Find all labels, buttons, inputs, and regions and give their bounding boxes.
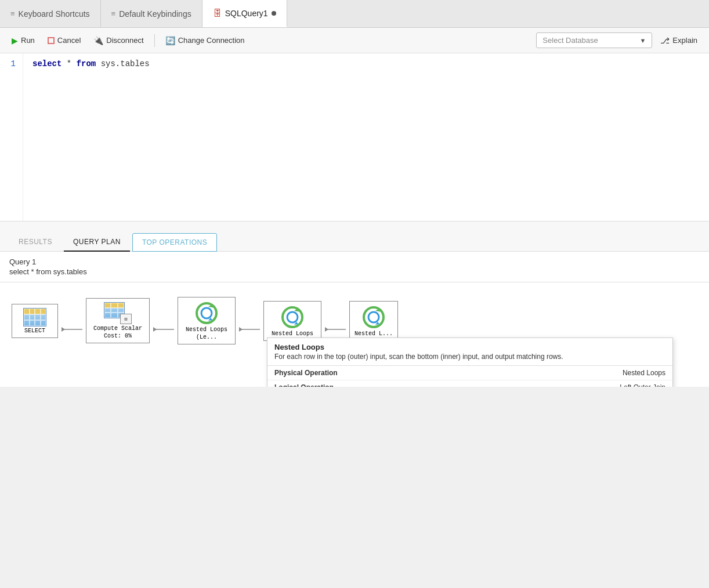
tab-default-keybindings[interactable]: ≡ Default Keybindings — [101, 0, 202, 27]
code-editor[interactable]: 1 select * from sys.tables — [0, 53, 709, 222]
code-content[interactable]: select * from sys.tables — [23, 53, 709, 221]
explain-button[interactable]: ⎇ Explain — [656, 34, 702, 48]
tooltip-popup: Nested Loops For each row in the top (ou… — [267, 337, 673, 387]
change-connection-button[interactable]: 🔄 Change Connection — [161, 34, 249, 48]
op-compute-cost: Cost: 0% — [104, 333, 132, 339]
svg-marker-9 — [239, 327, 243, 332]
run-label: Run — [21, 36, 35, 45]
explain-icon: ⎇ — [660, 36, 670, 45]
line-numbers: 1 — [0, 53, 23, 221]
tooltip-title: Nested Loops — [267, 338, 672, 353]
arrow-3 — [236, 325, 263, 334]
results-tab-bar: RESULTS QUERY PLAN TOP OPERATIONS — [0, 222, 709, 252]
op-compute-label: Compute Scalar — [93, 325, 142, 332]
tooltip-table: Physical Operation Nested Loops Logical … — [267, 366, 672, 387]
explain-label: Explain — [672, 36, 697, 45]
line-number-1: 1 — [11, 59, 16, 68]
sql-asterisk: * — [67, 59, 77, 68]
svg-marker-3 — [153, 327, 157, 332]
op-compute-scalar[interactable]: ⊞ Compute Scalar Cost: 0% — [86, 298, 150, 343]
tooltip-row-physical: Physical Operation Nested Loops — [267, 366, 672, 380]
select-database-label: Select Database — [542, 36, 636, 45]
tab-keyboard-shortcuts[interactable]: ≡ Keyboard Shortcuts — [0, 0, 101, 27]
arrow-1 — [58, 325, 86, 334]
nested-loops-1-icon — [194, 301, 219, 325]
change-connection-icon: 🔄 — [165, 36, 175, 45]
arrow-svg-2 — [152, 325, 175, 334]
cancel-button[interactable]: Cancel — [43, 34, 85, 47]
arrow-svg-3 — [238, 325, 261, 334]
compute-overlay-icon: ⊞ — [124, 316, 127, 322]
tooltip-value-logical: Left Outer Join — [490, 380, 672, 387]
tooltip-description: For each row in the top (outer) input, s… — [267, 353, 672, 366]
query-plan-area: Query 1 select * from sys.tables — [0, 252, 709, 282]
select-database-dropdown[interactable]: Select Database ▼ — [536, 32, 652, 48]
db-select-wrapper: Select Database ▼ — [536, 32, 652, 48]
run-button[interactable]: ▶ Run — [7, 34, 39, 48]
tooltip-label-logical: Logical Operation — [267, 380, 490, 387]
sql-from-keyword: from — [77, 59, 96, 68]
query-plan-title: Query 1 — [9, 257, 700, 266]
disconnect-button[interactable]: 🔌 Disconnect — [89, 34, 148, 48]
tab-sqlquery1[interactable]: 🗄 SQLQuery1 — [202, 0, 287, 27]
nested-loops-2-icon — [280, 305, 305, 329]
op-nested-loops-3[interactable]: Nested L... — [349, 301, 398, 341]
svg-point-6 — [201, 308, 212, 318]
toolbar-separator — [154, 34, 155, 47]
op-nested-loops-1[interactable]: Nested Loops (Le... — [178, 297, 236, 344]
tooltip-value-physical: Nested Loops — [490, 366, 672, 380]
db-icon: 🗄 — [213, 8, 222, 18]
toolbar: ▶ Run Cancel 🔌 Disconnect 🔄 Change Conne… — [0, 28, 709, 53]
chevron-down-icon: ▼ — [639, 37, 646, 44]
tab-label-keybindings: Default Keybindings — [119, 9, 191, 19]
query-plan-sql: select * from sys.tables — [9, 267, 700, 276]
cancel-label: Cancel — [57, 36, 81, 45]
select-icon — [23, 308, 46, 326]
arrow-4 — [321, 325, 349, 334]
diagram-area: SELECT — [0, 282, 709, 387]
cancel-icon — [48, 37, 55, 44]
svg-point-18 — [368, 312, 379, 322]
tab-results[interactable]: RESULTS — [9, 233, 62, 252]
tab-label-keyboard: Keyboard Shortcuts — [19, 9, 90, 19]
op-select-label: SELECT — [24, 328, 45, 334]
op-nested-1-label: Nested Loops — [186, 326, 227, 333]
run-icon: ▶ — [12, 36, 18, 45]
sql-table-name: sys.tables — [101, 59, 150, 68]
unsaved-dot — [272, 11, 276, 16]
tab-icon-keybindings: ≡ — [111, 9, 116, 18]
nested-loops-3-icon — [361, 305, 386, 329]
op-nested-1-sub: (Le... — [196, 334, 217, 340]
svg-marker-15 — [325, 327, 328, 332]
op-nested-loops-2[interactable]: Nested Loops — [263, 301, 321, 341]
svg-point-12 — [287, 312, 298, 322]
tab-label-sqlquery: SQLQuery1 — [225, 9, 268, 18]
sql-select-keyword: select — [32, 59, 62, 68]
arrow-2 — [150, 325, 178, 334]
compute-scalar-icon: ⊞ — [104, 302, 132, 324]
tab-top-operations[interactable]: TOP OPERATIONS — [132, 233, 217, 252]
tooltip-label-physical: Physical Operation — [267, 366, 490, 380]
tab-icon-keyboard: ≡ — [10, 9, 15, 18]
op-nested-2-label: Nested Loops — [272, 331, 313, 337]
disconnect-label: Disconnect — [106, 36, 143, 45]
change-connection-label: Change Connection — [178, 36, 245, 45]
tab-query-plan[interactable]: QUERY PLAN — [64, 233, 130, 252]
op-select[interactable]: SELECT — [12, 304, 58, 338]
tab-bar: ≡ Keyboard Shortcuts ≡ Default Keybindin… — [0, 0, 709, 28]
svg-marker-1 — [62, 327, 65, 332]
arrow-svg-4 — [324, 325, 347, 334]
tooltip-row-logical: Logical Operation Left Outer Join — [267, 380, 672, 387]
arrow-svg-1 — [60, 325, 84, 334]
disconnect-icon: 🔌 — [93, 36, 103, 45]
op-nested-3-label: Nested L... — [354, 331, 393, 337]
